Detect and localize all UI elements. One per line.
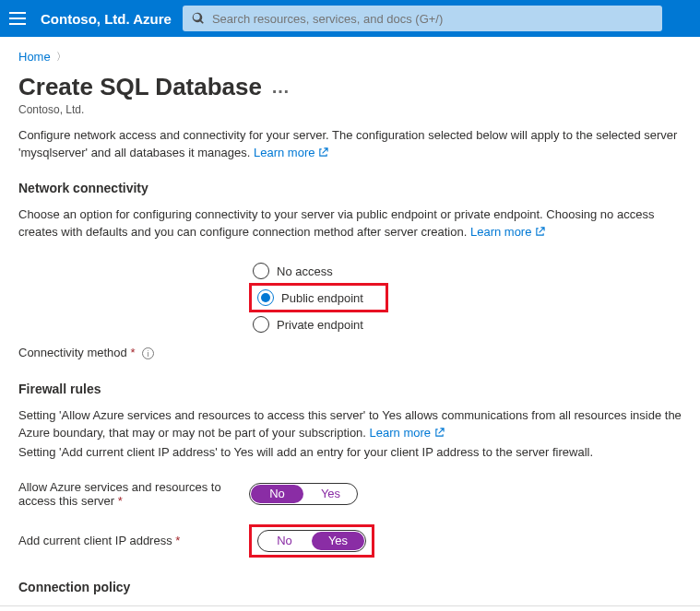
- toggle-no[interactable]: No: [258, 531, 311, 551]
- policy-heading: Connection policy: [18, 580, 682, 594]
- intro-learn-more-link[interactable]: Learn more: [254, 146, 328, 159]
- external-link-icon: [434, 428, 445, 438]
- network-desc: Choose an option for configuring connect…: [18, 206, 682, 241]
- allow-azure-label: Allow Azure services and resources to ac…: [18, 480, 249, 508]
- radio-label: No access: [277, 264, 333, 278]
- intro-desc: Configure network access and connectivit…: [18, 127, 682, 162]
- highlight-add-ip-toggle: No Yes: [249, 524, 374, 558]
- intro-text: Configure network access and connectivit…: [18, 128, 677, 159]
- allow-azure-toggle[interactable]: No Yes: [249, 483, 358, 505]
- breadcrumb-home[interactable]: Home: [18, 50, 51, 64]
- radio-label: Public endpoint: [281, 291, 363, 305]
- radio-public-endpoint[interactable]: Public endpoint: [254, 286, 367, 310]
- network-learn-more-link[interactable]: Learn more: [470, 225, 545, 239]
- highlight-public-endpoint: Public endpoint: [249, 283, 388, 312]
- network-desc-text: Choose an option for configuring connect…: [18, 207, 654, 239]
- info-icon[interactable]: i: [142, 347, 154, 359]
- search-input[interactable]: [212, 12, 653, 26]
- radio-no-access[interactable]: No access: [249, 259, 682, 283]
- search-box[interactable]: [183, 6, 662, 31]
- hamburger-menu-icon[interactable]: [9, 8, 30, 29]
- search-icon: [192, 12, 205, 25]
- more-actions-icon[interactable]: …: [271, 76, 291, 98]
- page-subtitle: Contoso, Ltd.: [18, 103, 682, 116]
- breadcrumb: Home 〉: [18, 50, 682, 64]
- brand-text[interactable]: Contoso, Ltd. Azure: [41, 11, 172, 27]
- radio-icon: [253, 263, 269, 279]
- radio-icon: [257, 289, 274, 306]
- firewall-heading: Firewall rules: [18, 382, 682, 396]
- network-heading: Network connectivity: [18, 181, 682, 195]
- external-link-icon: [535, 227, 545, 237]
- connectivity-radio-group: No access Public endpoint Private endpoi…: [249, 259, 682, 336]
- toggle-no[interactable]: No: [251, 485, 303, 503]
- external-link-icon: [318, 147, 328, 158]
- radio-private-endpoint[interactable]: Private endpoint: [249, 312, 682, 336]
- page-title-text: Create SQL Database: [18, 73, 262, 101]
- toggle-yes[interactable]: Yes: [304, 484, 357, 504]
- wizard-footer: Review + create < Previous Next : Securi…: [0, 605, 700, 611]
- firewall-desc1: Setting 'Allow Azure services and resour…: [18, 407, 682, 442]
- radio-icon: [253, 316, 269, 333]
- top-bar: Contoso, Ltd. Azure: [0, 0, 700, 37]
- chevron-right-icon: 〉: [56, 50, 66, 64]
- firewall-desc2: Setting 'Add current client IP address' …: [18, 444, 682, 462]
- connectivity-method-label: Connectivity method * i: [18, 342, 249, 359]
- toggle-yes[interactable]: Yes: [312, 532, 364, 550]
- page-title: Create SQL Database …: [18, 73, 682, 101]
- add-ip-toggle[interactable]: No Yes: [257, 530, 366, 552]
- firewall-learn-more-link[interactable]: Learn more: [370, 426, 445, 440]
- add-ip-label: Add current client IP address *: [18, 534, 249, 547]
- radio-label: Private endpoint: [277, 318, 363, 332]
